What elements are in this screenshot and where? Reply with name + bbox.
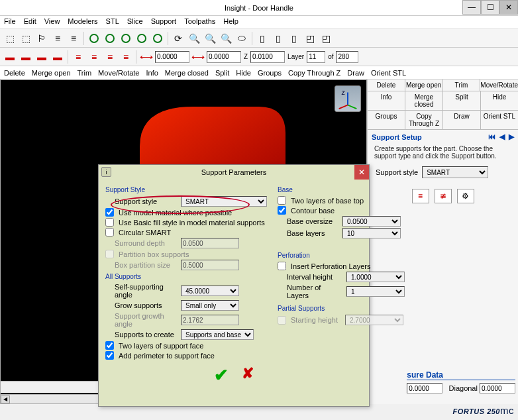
- number-of-layers-select[interactable]: 1: [346, 286, 405, 297]
- menu-toolpaths[interactable]: Toolpaths: [184, 17, 215, 27]
- cube-icon[interactable]: ◰: [319, 31, 333, 46]
- menu-edit[interactable]: Edit: [24, 17, 36, 27]
- base-oversize-select[interactable]: 0.0500: [342, 216, 401, 227]
- grow-supports-select[interactable]: Small only: [181, 300, 239, 311]
- range-icon[interactable]: ⟷: [139, 50, 154, 64]
- add-perimeter-checkbox[interactable]: [105, 351, 114, 360]
- panel-btn-trim[interactable]: Trim: [443, 79, 481, 91]
- layer-icon[interactable]: ▬: [3, 50, 17, 64]
- interval-height-select[interactable]: 1.0000: [346, 272, 405, 282]
- measure-value-1[interactable]: [407, 383, 442, 394]
- nav-prev-icon[interactable]: ◀: [499, 132, 505, 141]
- two-layers-face-checkbox[interactable]: [105, 341, 114, 350]
- measure-diagonal[interactable]: [480, 383, 515, 394]
- layer-icon[interactable]: ≡: [119, 50, 133, 64]
- dialog-close-button[interactable]: ✕: [354, 165, 369, 180]
- use-model-material-checkbox[interactable]: [105, 208, 114, 217]
- panel-btn-orient-stl[interactable]: Orient STL: [481, 111, 518, 129]
- refresh-icon[interactable]: ⟳: [171, 31, 185, 46]
- layer-icon[interactable]: ▬: [34, 50, 49, 64]
- support-style-select2[interactable]: SMART: [181, 196, 267, 207]
- supports-to-create-select[interactable]: Supports and base: [181, 329, 254, 340]
- insert-perforation-checkbox[interactable]: [278, 262, 286, 270]
- menu-help[interactable]: Help: [223, 17, 238, 27]
- cmd-copy-through-z[interactable]: Copy Through Z: [288, 69, 340, 77]
- layer-icon[interactable]: ≡: [71, 50, 85, 64]
- layer-icon[interactable]: ▬: [19, 50, 33, 64]
- cmd-trim[interactable]: Trim: [78, 69, 92, 77]
- tool-icon[interactable]: ≡: [66, 31, 81, 46]
- cmd-draw[interactable]: Draw: [347, 69, 364, 77]
- support-icon-1[interactable]: ≡: [412, 189, 429, 203]
- layer-icon[interactable]: ▬: [50, 50, 65, 64]
- panel-btn-info[interactable]: Info: [368, 91, 405, 110]
- cmd-orient-stl[interactable]: Orient STL: [371, 69, 406, 77]
- support-style-select[interactable]: SMART: [422, 166, 488, 178]
- circle-icon[interactable]: [87, 31, 101, 46]
- menu-view[interactable]: View: [44, 17, 60, 27]
- base-layers-select[interactable]: 10: [342, 228, 401, 238]
- panel-btn-split[interactable]: Split: [443, 91, 481, 110]
- layer-icon[interactable]: ≡: [87, 50, 101, 64]
- circle-icon[interactable]: [119, 31, 133, 46]
- circle-icon[interactable]: [134, 31, 149, 46]
- panel-btn-copy-through-z[interactable]: Copy Through Z: [405, 111, 443, 129]
- contour-base-checkbox[interactable]: [278, 206, 286, 215]
- cube-icon[interactable]: ◰: [303, 31, 317, 46]
- cmd-groups[interactable]: Groups: [258, 69, 282, 77]
- dialog-info-icon[interactable]: i: [101, 167, 111, 177]
- scroll-left-icon[interactable]: ◀: [1, 395, 10, 403]
- menu-modelers[interactable]: Modelers: [68, 17, 97, 27]
- z-input[interactable]: [250, 51, 285, 63]
- zoom-fit-icon[interactable]: 🔍: [219, 31, 233, 46]
- circle-icon[interactable]: [150, 31, 165, 46]
- circle-icon[interactable]: [103, 31, 117, 46]
- menu-support[interactable]: Support: [151, 17, 177, 27]
- panel-btn-draw[interactable]: Draw: [443, 111, 481, 129]
- menu-slice[interactable]: Slice: [127, 17, 143, 27]
- maximize-button[interactable]: ☐: [481, 0, 499, 15]
- circular-smart-checkbox[interactable]: [105, 228, 114, 236]
- panel-btn-groups[interactable]: Groups: [368, 111, 405, 129]
- tool-icon[interactable]: ≡: [50, 31, 65, 46]
- range-end-input[interactable]: [207, 51, 241, 63]
- view-icon[interactable]: ▯: [287, 31, 301, 46]
- view-icon[interactable]: ▯: [271, 31, 285, 46]
- dialog-cancel-button[interactable]: ✘: [242, 365, 254, 386]
- use-basic-fill-checkbox[interactable]: [105, 218, 114, 227]
- menu-file[interactable]: File: [4, 17, 16, 27]
- cmd-delete[interactable]: Delete: [4, 69, 25, 77]
- layer-total-input[interactable]: [336, 51, 358, 63]
- panel-btn-delete[interactable]: Delete: [368, 79, 405, 91]
- nav-first-icon[interactable]: ⏮: [488, 132, 495, 141]
- tool-icon[interactable]: ⬚: [3, 31, 17, 46]
- cmd-info[interactable]: Info: [146, 69, 158, 77]
- panel-btn-merge-open[interactable]: Merge open: [405, 79, 443, 91]
- view-cube[interactable]: z: [335, 85, 361, 112]
- support-icon-2[interactable]: ≢: [435, 189, 452, 203]
- cmd-move-rotate[interactable]: Move/Rotate: [98, 69, 139, 77]
- cmd-hide[interactable]: Hide: [236, 69, 251, 77]
- two-layers-base-checkbox[interactable]: [278, 196, 286, 205]
- range-icon[interactable]: ⟷: [191, 50, 205, 64]
- orbit-icon[interactable]: ⬭: [234, 31, 249, 46]
- zoom-out-icon[interactable]: 🔍: [203, 31, 217, 46]
- flag-icon[interactable]: 🏳: [34, 31, 49, 46]
- cmd-split[interactable]: Split: [215, 69, 229, 77]
- layer-current-input[interactable]: [307, 51, 325, 63]
- tool-icon[interactable]: ⬚: [19, 31, 33, 46]
- cmd-merge-closed[interactable]: Merge closed: [165, 69, 209, 77]
- minimize-button[interactable]: —: [462, 0, 481, 15]
- nav-next-icon[interactable]: ▶: [509, 132, 514, 141]
- panel-btn-hide[interactable]: Hide: [481, 91, 518, 110]
- zoom-in-icon[interactable]: 🔍: [187, 31, 201, 46]
- panel-btn-merge-closed[interactable]: Merge closed: [405, 91, 443, 110]
- layer-icon[interactable]: ≡: [103, 50, 117, 64]
- range-start-input[interactable]: [155, 51, 189, 63]
- support-settings-icon[interactable]: ⚙: [457, 189, 474, 203]
- close-button[interactable]: ✕: [499, 0, 518, 15]
- self-supporting-angle-select[interactable]: 45.0000: [181, 286, 239, 296]
- view-icon[interactable]: ▯: [255, 31, 270, 46]
- dialog-ok-button[interactable]: ✔: [214, 365, 229, 386]
- panel-btn-move-rotate[interactable]: Move/Rotate: [480, 79, 518, 91]
